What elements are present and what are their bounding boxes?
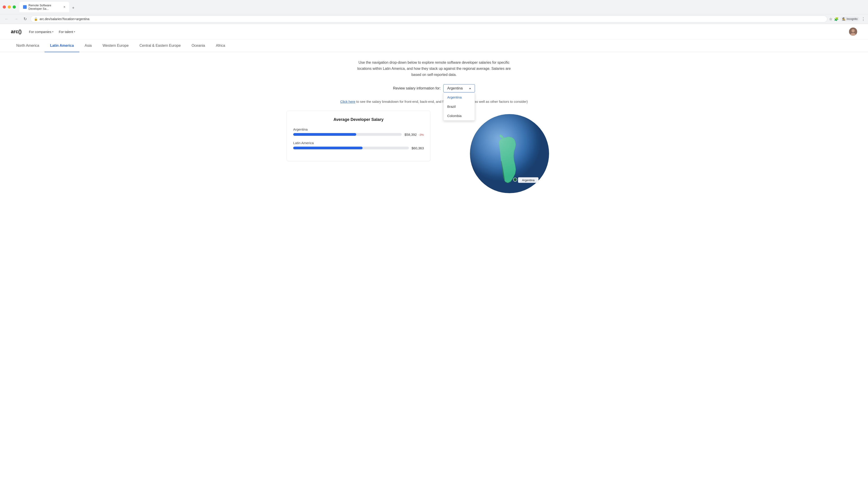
salary-bar-track-latin-america bbox=[293, 147, 409, 149]
salary-bar-fill-argentina bbox=[293, 133, 356, 136]
tab-title: Remote Software Developer Sa... bbox=[29, 4, 61, 10]
content-grid: Average Developer Salary Argentina $58,3… bbox=[287, 111, 581, 197]
salary-bar-fill-latin-america bbox=[293, 147, 363, 149]
minimize-window-button[interactable] bbox=[8, 5, 11, 8]
browser-menu-button[interactable]: ⋮ bbox=[861, 17, 865, 22]
user-avatar[interactable] bbox=[849, 28, 857, 36]
browser-titlebar: Remote Software Developer Sa... ✕ + bbox=[0, 0, 868, 14]
country-dropdown-button[interactable]: Argentina ▲ bbox=[443, 84, 475, 92]
site-header: arc() For companies ▾ For talent ▾ bbox=[0, 24, 868, 39]
country-dropdown-menu: Argentina Brazil Colombia bbox=[443, 92, 475, 121]
site-logo[interactable]: arc() bbox=[11, 29, 22, 35]
address-bar[interactable]: 🔒 arc.dev/salaries?location=argentina bbox=[31, 15, 827, 22]
globe-svg: Argentina bbox=[467, 111, 553, 197]
country-dropdown[interactable]: Argentina ▲ Argentina Brazil Colombia bbox=[443, 84, 475, 92]
incognito-badge: 🕵️ Incognito bbox=[840, 17, 860, 21]
chevron-up-icon: ▲ bbox=[469, 87, 471, 90]
click-here-suffix: to see the salary breakdown for front-en… bbox=[356, 100, 528, 103]
browser-chrome: Remote Software Developer Sa... ✕ + ← → … bbox=[0, 0, 868, 24]
tab-africa[interactable]: Africa bbox=[211, 39, 230, 52]
for-talent-nav[interactable]: For talent ▾ bbox=[59, 29, 75, 35]
tab-oceania[interactable]: Oceania bbox=[186, 39, 211, 52]
tab-asia[interactable]: Asia bbox=[79, 39, 97, 52]
dropdown-option-argentina[interactable]: Argentina bbox=[443, 93, 475, 102]
tab-central-eastern-europe[interactable]: Central & Eastern Europe bbox=[134, 39, 186, 52]
forward-button[interactable]: → bbox=[12, 16, 20, 22]
tab-favicon bbox=[23, 5, 27, 9]
tab-western-europe[interactable]: Western Europe bbox=[97, 39, 134, 52]
tab-close-button[interactable]: ✕ bbox=[63, 5, 66, 8]
new-tab-button[interactable]: + bbox=[70, 4, 77, 12]
region-description: Use the navigation drop-down below to ex… bbox=[352, 59, 515, 78]
salary-item-latin-america: Latin America $60,363 bbox=[293, 141, 424, 150]
browser-toolbar: ← → ↻ 🔒 arc.dev/salaries?location=argent… bbox=[0, 14, 868, 24]
salary-card: Average Developer Salary Argentina $58,3… bbox=[287, 111, 430, 161]
region-tabs: North America Latin America Asia Western… bbox=[0, 39, 868, 52]
salary-label-argentina: Argentina bbox=[293, 127, 424, 131]
globe-container: Argentina bbox=[467, 111, 553, 197]
dropdown-option-colombia[interactable]: Colombia bbox=[443, 111, 475, 121]
close-window-button[interactable] bbox=[3, 5, 6, 8]
url-display: arc.dev/salaries?location=argentina bbox=[39, 17, 824, 21]
header-right bbox=[849, 28, 857, 36]
salary-card-title: Average Developer Salary bbox=[293, 117, 424, 122]
salary-bar-row-argentina: $58,392 -3% bbox=[293, 133, 424, 136]
main-content: Use the navigation drop-down below to ex… bbox=[276, 52, 592, 204]
selector-label: Review salary information for: bbox=[393, 86, 441, 90]
refresh-button[interactable]: ↻ bbox=[22, 15, 29, 22]
extensions-icon[interactable]: 🧩 bbox=[834, 17, 839, 21]
for-companies-label: For companies bbox=[29, 30, 51, 34]
for-companies-nav[interactable]: For companies ▾ bbox=[29, 29, 53, 35]
selected-country-label: Argentina bbox=[447, 86, 463, 90]
browser-action-icons: ☆ 🧩 🕵️ Incognito ⋮ bbox=[829, 17, 865, 22]
for-talent-label: For talent bbox=[59, 30, 73, 34]
header-nav: For companies ▾ For talent ▾ bbox=[29, 29, 75, 35]
browser-tabs: Remote Software Developer Sa... ✕ + bbox=[20, 2, 865, 12]
svg-point-1 bbox=[851, 29, 855, 32]
salary-item-argentina: Argentina $58,392 -3% bbox=[293, 127, 424, 136]
salary-bar-track-argentina bbox=[293, 133, 402, 136]
active-browser-tab[interactable]: Remote Software Developer Sa... ✕ bbox=[20, 2, 69, 12]
chevron-down-icon: ▾ bbox=[52, 31, 53, 33]
lock-icon: 🔒 bbox=[34, 17, 38, 21]
salary-selector: Review salary information for: Argentina… bbox=[287, 84, 581, 92]
salary-bar-row-latin-america: $60,363 bbox=[293, 146, 424, 150]
back-button[interactable]: ← bbox=[3, 16, 10, 22]
chevron-down-icon: ▾ bbox=[74, 31, 75, 33]
dropdown-option-brazil[interactable]: Brazil bbox=[443, 102, 475, 111]
click-here-link[interactable]: Click here bbox=[340, 100, 355, 103]
click-here-section: Click here to see the salary breakdown f… bbox=[287, 100, 581, 103]
salary-value-argentina: $58,392 -3% bbox=[404, 133, 424, 136]
tab-latin-america[interactable]: Latin America bbox=[44, 39, 79, 52]
tab-north-america[interactable]: North America bbox=[11, 39, 44, 52]
svg-text:Argentina: Argentina bbox=[522, 178, 535, 182]
salary-change-argentina: -3% bbox=[418, 133, 424, 136]
map-area: Argentina bbox=[438, 111, 581, 197]
incognito-label: Incognito bbox=[846, 18, 858, 21]
salary-value-latin-america: $60,363 bbox=[412, 146, 424, 150]
bookmark-icon[interactable]: ☆ bbox=[829, 17, 832, 21]
incognito-icon: 🕵️ bbox=[842, 18, 846, 21]
salary-label-latin-america: Latin America bbox=[293, 141, 424, 145]
browser-window-controls[interactable] bbox=[3, 5, 16, 8]
maximize-window-button[interactable] bbox=[13, 5, 16, 8]
